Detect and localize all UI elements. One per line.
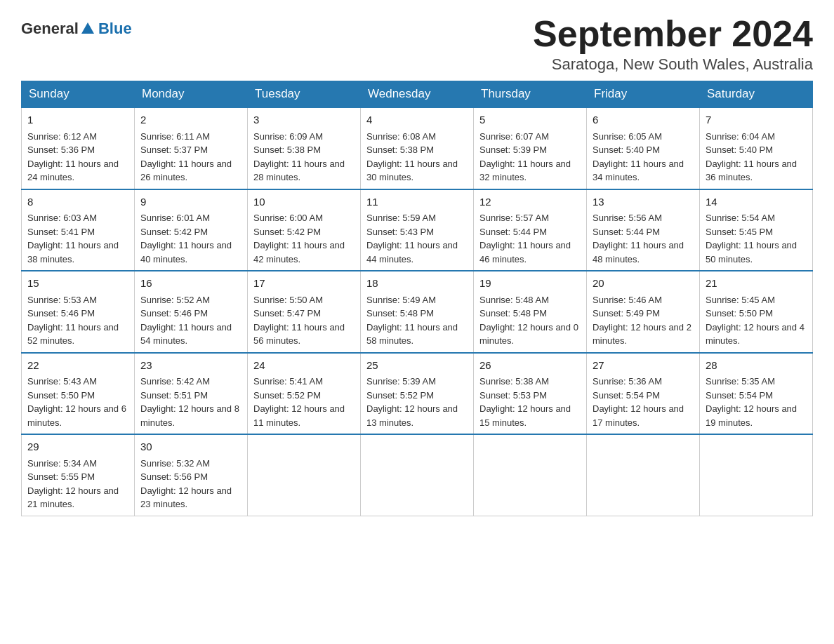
- day-daylight: Daylight: 12 hours and 13 minutes.: [366, 403, 458, 428]
- day-sunrise: Sunrise: 6:07 AM: [479, 131, 549, 142]
- day-sunrise: Sunrise: 5:45 AM: [706, 295, 775, 305]
- calendar-day-cell: [248, 434, 361, 516]
- day-sunset: Sunset: 5:51 PM: [140, 390, 208, 401]
- calendar-table: Sunday Monday Tuesday Wednesday Thursday…: [21, 81, 813, 516]
- day-sunset: Sunset: 5:49 PM: [593, 308, 660, 318]
- day-daylight: Daylight: 11 hours and 50 minutes.: [706, 240, 797, 264]
- day-number: 23: [140, 358, 241, 374]
- calendar-day-cell: [587, 434, 700, 516]
- day-number: 26: [479, 358, 581, 374]
- day-number: 19: [479, 276, 581, 292]
- day-daylight: Daylight: 11 hours and 40 minutes.: [140, 240, 232, 264]
- calendar-day-cell: 4 Sunrise: 6:08 AM Sunset: 5:38 PM Dayli…: [361, 107, 474, 189]
- calendar-week-row: 15 Sunrise: 5:53 AM Sunset: 5:46 PM Dayl…: [22, 271, 813, 353]
- logo-blue-text: Blue: [98, 20, 132, 38]
- day-sunset: Sunset: 5:42 PM: [253, 227, 321, 237]
- header-monday: Monday: [135, 81, 248, 108]
- header-friday: Friday: [587, 81, 700, 108]
- calendar-week-row: 1 Sunrise: 6:12 AM Sunset: 5:36 PM Dayli…: [22, 107, 813, 189]
- calendar-day-cell: 11 Sunrise: 5:59 AM Sunset: 5:43 PM Dayl…: [361, 189, 474, 271]
- day-daylight: Daylight: 12 hours and 21 minutes.: [27, 485, 119, 510]
- day-number: 4: [366, 112, 468, 128]
- day-number: 8: [27, 194, 128, 210]
- day-number: 20: [593, 276, 694, 292]
- day-sunrise: Sunrise: 6:03 AM: [27, 213, 97, 223]
- day-sunset: Sunset: 5:55 PM: [27, 471, 95, 482]
- calendar-day-cell: 27 Sunrise: 5:36 AM Sunset: 5:54 PM Dayl…: [587, 353, 700, 435]
- day-sunset: Sunset: 5:52 PM: [253, 390, 321, 401]
- day-sunrise: Sunrise: 5:41 AM: [253, 376, 323, 387]
- day-sunrise: Sunrise: 6:05 AM: [593, 131, 662, 142]
- calendar-day-cell: 10 Sunrise: 6:00 AM Sunset: 5:42 PM Dayl…: [248, 189, 361, 271]
- day-sunrise: Sunrise: 6:09 AM: [253, 131, 323, 142]
- calendar-day-cell: 22 Sunrise: 5:43 AM Sunset: 5:50 PM Dayl…: [22, 353, 135, 435]
- day-sunrise: Sunrise: 5:42 AM: [140, 376, 210, 387]
- day-daylight: Daylight: 12 hours and 2 minutes.: [593, 322, 691, 347]
- calendar-day-cell: 7 Sunrise: 6:04 AM Sunset: 5:40 PM Dayli…: [700, 107, 813, 189]
- day-daylight: Daylight: 11 hours and 34 minutes.: [593, 159, 684, 183]
- day-sunset: Sunset: 5:54 PM: [706, 390, 773, 401]
- day-daylight: Daylight: 11 hours and 56 minutes.: [253, 322, 345, 347]
- day-sunset: Sunset: 5:54 PM: [593, 390, 660, 401]
- calendar-day-cell: 26 Sunrise: 5:38 AM Sunset: 5:53 PM Dayl…: [474, 353, 587, 435]
- calendar-day-cell: 17 Sunrise: 5:50 AM Sunset: 5:47 PM Dayl…: [248, 271, 361, 353]
- header: General Blue September 2024 Saratoga, Ne…: [21, 14, 813, 74]
- day-sunset: Sunset: 5:50 PM: [706, 308, 773, 318]
- day-daylight: Daylight: 12 hours and 19 minutes.: [706, 403, 797, 428]
- day-sunrise: Sunrise: 5:48 AM: [479, 295, 549, 305]
- calendar-day-cell: [361, 434, 474, 516]
- day-daylight: Daylight: 12 hours and 6 minutes.: [27, 403, 126, 428]
- day-sunrise: Sunrise: 5:46 AM: [593, 295, 662, 305]
- day-sunset: Sunset: 5:38 PM: [366, 145, 434, 155]
- calendar-day-cell: 30 Sunrise: 5:32 AM Sunset: 5:56 PM Dayl…: [135, 434, 248, 516]
- day-sunset: Sunset: 5:40 PM: [706, 145, 773, 155]
- day-number: 7: [706, 112, 807, 128]
- day-sunset: Sunset: 5:48 PM: [366, 308, 434, 318]
- day-sunset: Sunset: 5:41 PM: [27, 227, 95, 237]
- calendar-week-row: 22 Sunrise: 5:43 AM Sunset: 5:50 PM Dayl…: [22, 353, 813, 435]
- calendar-day-cell: 9 Sunrise: 6:01 AM Sunset: 5:42 PM Dayli…: [135, 189, 248, 271]
- day-sunrise: Sunrise: 6:11 AM: [140, 131, 210, 142]
- calendar-day-cell: 18 Sunrise: 5:49 AM Sunset: 5:48 PM Dayl…: [361, 271, 474, 353]
- day-number: 16: [140, 276, 241, 292]
- day-number: 22: [27, 358, 128, 374]
- calendar-day-cell: 3 Sunrise: 6:09 AM Sunset: 5:38 PM Dayli…: [248, 107, 361, 189]
- day-sunset: Sunset: 5:52 PM: [366, 390, 434, 401]
- day-sunset: Sunset: 5:56 PM: [140, 471, 208, 482]
- calendar-day-cell: 1 Sunrise: 6:12 AM Sunset: 5:36 PM Dayli…: [22, 107, 135, 189]
- day-number: 15: [27, 276, 128, 292]
- day-daylight: Daylight: 11 hours and 52 minutes.: [27, 322, 119, 347]
- day-number: 10: [253, 194, 355, 210]
- day-daylight: Daylight: 11 hours and 54 minutes.: [140, 322, 232, 347]
- day-daylight: Daylight: 11 hours and 48 minutes.: [593, 240, 684, 264]
- calendar-day-cell: 24 Sunrise: 5:41 AM Sunset: 5:52 PM Dayl…: [248, 353, 361, 435]
- day-sunrise: Sunrise: 5:53 AM: [27, 295, 97, 305]
- calendar-day-cell: [474, 434, 587, 516]
- day-daylight: Daylight: 12 hours and 15 minutes.: [479, 403, 571, 428]
- day-daylight: Daylight: 11 hours and 36 minutes.: [706, 159, 797, 183]
- calendar-body: 1 Sunrise: 6:12 AM Sunset: 5:36 PM Dayli…: [22, 107, 813, 516]
- day-sunrise: Sunrise: 5:34 AM: [27, 458, 97, 469]
- day-sunset: Sunset: 5:44 PM: [479, 227, 547, 237]
- day-sunrise: Sunrise: 6:01 AM: [140, 213, 210, 223]
- calendar-day-cell: 6 Sunrise: 6:05 AM Sunset: 5:40 PM Dayli…: [587, 107, 700, 189]
- day-number: 2: [140, 112, 241, 128]
- day-number: 13: [593, 194, 694, 210]
- header-sunday: Sunday: [22, 81, 135, 108]
- day-sunrise: Sunrise: 5:36 AM: [593, 376, 662, 387]
- day-sunrise: Sunrise: 5:49 AM: [366, 295, 436, 305]
- day-daylight: Daylight: 12 hours and 17 minutes.: [593, 403, 684, 428]
- logo: General Blue: [21, 20, 132, 38]
- day-sunrise: Sunrise: 5:35 AM: [706, 376, 775, 387]
- day-sunset: Sunset: 5:46 PM: [140, 308, 208, 318]
- calendar-day-cell: 16 Sunrise: 5:52 AM Sunset: 5:46 PM Dayl…: [135, 271, 248, 353]
- header-saturday: Saturday: [700, 81, 813, 108]
- day-sunset: Sunset: 5:44 PM: [593, 227, 660, 237]
- calendar-week-row: 29 Sunrise: 5:34 AM Sunset: 5:55 PM Dayl…: [22, 434, 813, 516]
- day-sunrise: Sunrise: 6:12 AM: [27, 131, 97, 142]
- day-sunrise: Sunrise: 6:04 AM: [706, 131, 775, 142]
- month-title: September 2024: [533, 14, 813, 54]
- day-daylight: Daylight: 11 hours and 30 minutes.: [366, 159, 458, 183]
- day-daylight: Daylight: 11 hours and 24 minutes.: [27, 159, 119, 183]
- day-sunset: Sunset: 5:42 PM: [140, 227, 208, 237]
